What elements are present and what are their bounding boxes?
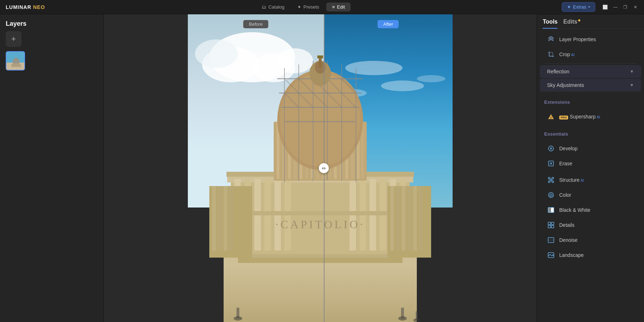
layer-thumbnail-svg bbox=[6, 52, 25, 70]
tool-supersharp-label: PROSupersharpAI bbox=[559, 114, 634, 119]
svg-rect-89 bbox=[402, 186, 405, 250]
layers-panel: Layers + bbox=[0, 14, 104, 322]
layer-preview bbox=[6, 52, 24, 70]
extras-dot: • bbox=[588, 4, 590, 10]
svg-point-10 bbox=[195, 39, 238, 68]
tool-erase-label: Erase bbox=[559, 161, 634, 166]
edits-dot bbox=[578, 19, 580, 21]
svg-point-11 bbox=[277, 48, 313, 73]
crop-icon bbox=[547, 50, 555, 58]
reflection-label: Reflection bbox=[547, 69, 569, 74]
window-controls: ⬜ — ❐ ✕ bbox=[602, 4, 638, 10]
erase-icon bbox=[547, 160, 555, 167]
svg-rect-77 bbox=[317, 55, 323, 58]
svg-rect-88 bbox=[396, 186, 400, 250]
tool-landscape[interactable]: Landscape bbox=[540, 248, 641, 263]
svg-rect-87 bbox=[390, 186, 394, 250]
tool-color-label: Color bbox=[559, 192, 634, 198]
tool-details[interactable]: Details bbox=[540, 218, 641, 233]
svg-point-13 bbox=[345, 61, 402, 75]
svg-text:·CAPITOLIO·: ·CAPITOLIO· bbox=[275, 218, 365, 231]
tool-denoise[interactable]: Denoise bbox=[540, 233, 641, 248]
svg-rect-119 bbox=[548, 222, 551, 225]
supersharp-warning-icon: ! bbox=[547, 113, 555, 121]
top-tools-section: Layer Properties CropAI Reflection ▼ bbox=[537, 29, 644, 95]
edit-icon: ≡ bbox=[332, 4, 335, 10]
svg-point-111 bbox=[552, 177, 554, 179]
essentials-section-label: Essentials bbox=[537, 127, 644, 138]
svg-rect-76 bbox=[319, 57, 322, 68]
layer-properties-icon bbox=[547, 35, 555, 43]
essentials-section: Develop Erase bbox=[537, 138, 644, 265]
svg-point-110 bbox=[548, 177, 550, 179]
tool-develop-label: Develop bbox=[559, 146, 634, 151]
svg-rect-34 bbox=[227, 211, 413, 215]
tool-supersharp[interactable]: ! PROSupersharpAI bbox=[540, 109, 641, 124]
tool-structure-label: StructureAI bbox=[559, 177, 634, 183]
logo-accent: NEO bbox=[33, 4, 45, 10]
canvas-area: ·CAPITOLIO· bbox=[104, 14, 537, 322]
svg-rect-85 bbox=[224, 186, 227, 250]
nav-bar: 🗂 Catalog ✦ Presets ≡ Edit bbox=[256, 3, 351, 11]
before-after-viewer: ·CAPITOLIO· bbox=[188, 14, 453, 322]
tool-develop[interactable]: Develop bbox=[540, 141, 641, 156]
svg-rect-91 bbox=[413, 186, 417, 250]
svg-rect-86 bbox=[229, 186, 233, 250]
nav-catalog[interactable]: 🗂 Catalog bbox=[256, 3, 290, 11]
layer-item[interactable] bbox=[6, 51, 25, 70]
tool-layer-properties-label: Layer Properties bbox=[559, 36, 634, 42]
svg-rect-3 bbox=[11, 64, 21, 67]
nav-edit[interactable]: ≡ Edit bbox=[326, 3, 351, 11]
svg-point-102 bbox=[550, 147, 552, 150]
main-layout: Layers + bbox=[0, 14, 644, 322]
tool-black-white[interactable]: Black & White bbox=[540, 203, 641, 218]
svg-rect-117 bbox=[551, 208, 554, 213]
sky-adjustments-chevron-icon: ▼ bbox=[630, 83, 634, 88]
after-label: After bbox=[377, 20, 399, 28]
svg-point-112 bbox=[548, 181, 550, 183]
svg-rect-116 bbox=[548, 208, 551, 213]
extras-button[interactable]: ✦ Extras • bbox=[562, 2, 595, 12]
tool-details-label: Details bbox=[559, 222, 634, 228]
tab-edits[interactable]: Edits bbox=[563, 19, 580, 29]
develop-icon bbox=[547, 145, 555, 152]
tool-landscape-label: Landscape bbox=[559, 252, 634, 258]
extensions-section-label: Extensions bbox=[537, 95, 644, 106]
titlebar: LUMINAR NEO 🗂 Catalog ✦ Presets ≡ Edit ✦… bbox=[0, 0, 644, 14]
svg-rect-90 bbox=[408, 186, 411, 250]
tool-reflection[interactable]: Reflection ▼ bbox=[540, 65, 641, 78]
close-button[interactable]: ✕ bbox=[633, 4, 638, 10]
upload-button[interactable]: ⬜ bbox=[602, 4, 608, 10]
add-layer-button[interactable]: + bbox=[6, 31, 21, 47]
svg-point-16 bbox=[417, 75, 445, 82]
split-divider-handle[interactable]: ⇔ bbox=[319, 163, 329, 173]
minimize-button[interactable]: — bbox=[613, 4, 618, 10]
nav-presets[interactable]: ✦ Presets bbox=[292, 3, 325, 11]
tool-erase[interactable]: Erase bbox=[540, 156, 641, 171]
svg-rect-94 bbox=[236, 308, 239, 318]
tool-layer-properties[interactable]: Layer Properties bbox=[540, 32, 641, 47]
tool-crop[interactable]: CropAI bbox=[540, 47, 641, 62]
svg-rect-120 bbox=[551, 222, 554, 225]
pro-badge: PRO bbox=[559, 116, 568, 119]
color-icon bbox=[547, 191, 555, 199]
details-icon bbox=[547, 221, 555, 229]
plus-icon: + bbox=[11, 34, 16, 44]
structure-icon bbox=[547, 176, 555, 184]
svg-rect-96 bbox=[401, 308, 404, 318]
tool-color[interactable]: Color bbox=[540, 187, 641, 203]
catalog-icon: 🗂 bbox=[262, 4, 266, 10]
svg-rect-80 bbox=[238, 258, 402, 263]
tool-structure[interactable]: StructureAI bbox=[540, 172, 641, 187]
svg-point-14 bbox=[381, 80, 424, 91]
svg-rect-83 bbox=[212, 186, 216, 250]
tab-tools[interactable]: Tools bbox=[543, 19, 557, 29]
app-logo: LUMINAR NEO bbox=[6, 4, 45, 10]
tool-sky-adjustments[interactable]: Sky Adjustments ▼ bbox=[540, 79, 641, 92]
maximize-button[interactable]: ❐ bbox=[623, 4, 628, 10]
denoise-icon bbox=[547, 236, 555, 244]
divider-1 bbox=[544, 63, 637, 64]
tools-tab-bar: Tools Edits bbox=[537, 14, 644, 29]
svg-rect-84 bbox=[218, 186, 221, 250]
layers-title: Layers bbox=[0, 14, 103, 31]
